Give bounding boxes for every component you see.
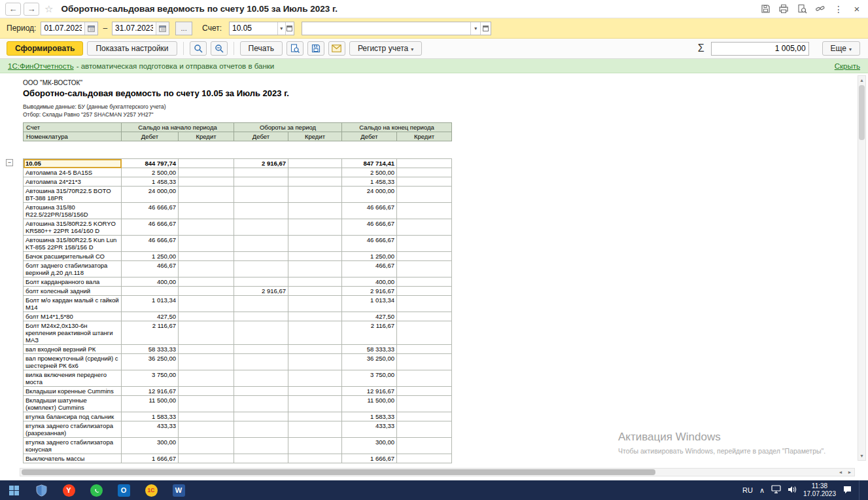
finreport-link[interactable]: 1С:ФинОтчетность	[8, 62, 74, 70]
forward-button[interactable]: →	[24, 3, 39, 16]
amount-cell[interactable]	[179, 438, 234, 454]
header-nomenclature[interactable]: Номенклатура	[24, 132, 122, 141]
register-dropdown-button[interactable]: Регистр учета▾	[349, 41, 422, 56]
nomenclature-cell[interactable]: Автошина 315/80R22.5 Kun Lun KT-855 22PR…	[24, 236, 122, 252]
network-icon[interactable]	[771, 485, 781, 495]
nomenclature-cell[interactable]: Болт м/о кардан малый с гайкой М14	[24, 296, 122, 312]
amount-cell[interactable]	[288, 187, 342, 203]
taskbar-clock[interactable]: 11:38 17.07.2023	[803, 482, 836, 498]
period-options-button[interactable]: ...	[175, 22, 192, 35]
amount-cell[interactable]: 844 797,74	[122, 159, 179, 168]
table-row[interactable]: 10.05844 797,742 916,67847 714,41	[24, 159, 452, 168]
header-closing-balance[interactable]: Сальдо на конец периода	[342, 123, 452, 132]
amount-cell[interactable]: 3 750,00	[342, 370, 397, 387]
amount-cell[interactable]: 466,67	[122, 261, 179, 277]
show-desktop-button[interactable]	[859, 480, 861, 500]
amount-cell[interactable]	[179, 252, 234, 261]
amount-cell[interactable]: 24 000,00	[342, 187, 397, 203]
amount-cell[interactable]	[288, 168, 342, 177]
amount-cell[interactable]	[234, 187, 288, 203]
nomenclature-cell[interactable]: Автошина 315/80R22.5 KORYO KR580++ 22PR …	[24, 219, 122, 236]
back-button[interactable]: ←	[5, 3, 21, 16]
nomenclature-cell[interactable]: вал промежуточный (средний) с шестерней …	[24, 354, 122, 370]
amount-cell[interactable]	[397, 219, 452, 236]
nomenclature-cell[interactable]: болт М14*1,5*80	[24, 312, 122, 321]
search-advanced-button[interactable]	[211, 41, 228, 56]
table-row[interactable]: выключатель противотуманных фар134,58134…	[24, 463, 452, 464]
nomenclature-cell[interactable]: вал входной верзний РК	[24, 345, 122, 354]
amount-cell[interactable]	[179, 345, 234, 354]
amount-cell[interactable]: 300,00	[342, 438, 397, 454]
amount-cell[interactable]	[179, 370, 234, 387]
amount-cell[interactable]	[397, 370, 452, 387]
amount-cell[interactable]	[179, 463, 234, 464]
table-row[interactable]: Болт М24х2,0х130-6н крепления реактивной…	[24, 321, 452, 345]
amount-cell[interactable]	[288, 370, 342, 387]
amount-cell[interactable]	[397, 159, 452, 168]
amount-cell[interactable]: 58 333,33	[122, 345, 179, 354]
table-row[interactable]: Вкладыши шатунные (комплект) Cummins11 5…	[24, 396, 452, 412]
amount-cell[interactable]	[397, 187, 452, 203]
amount-cell[interactable]	[397, 454, 452, 463]
amount-cell[interactable]	[234, 421, 288, 438]
amount-cell[interactable]: 2 116,67	[122, 321, 179, 345]
amount-cell[interactable]	[179, 277, 234, 287]
banner-hide-link[interactable]: Скрыть	[835, 62, 860, 70]
close-icon[interactable]: ×	[851, 3, 863, 15]
chevron-down-icon[interactable]: ▾	[277, 22, 285, 35]
amount-cell[interactable]	[234, 252, 288, 261]
generate-button[interactable]: Сформировать	[7, 41, 83, 56]
amount-cell[interactable]: 46 666,67	[342, 203, 397, 219]
amount-cell[interactable]: 427,50	[342, 312, 397, 321]
date-from-input[interactable]	[41, 22, 84, 35]
amount-cell[interactable]: 400,00	[342, 277, 397, 287]
amount-cell[interactable]	[179, 203, 234, 219]
amount-cell[interactable]	[122, 287, 179, 296]
horizontal-scroll-thumb[interactable]	[22, 469, 655, 475]
amount-cell[interactable]: 1 583,33	[342, 412, 397, 421]
amount-cell[interactable]	[397, 312, 452, 321]
amount-cell[interactable]	[234, 219, 288, 236]
amount-cell[interactable]	[288, 236, 342, 252]
amount-cell[interactable]: 1 666,67	[342, 454, 397, 463]
amount-cell[interactable]	[288, 312, 342, 321]
table-row[interactable]: Болт карданранного вала400,00400,00	[24, 277, 452, 287]
amount-cell[interactable]: 46 666,67	[342, 219, 397, 236]
amount-cell[interactable]: 12 916,67	[342, 387, 397, 396]
table-row[interactable]: Автошина 315/80 R22.5/22PR/158/156D46 66…	[24, 203, 452, 219]
amount-cell[interactable]: 1 583,33	[122, 412, 179, 421]
link-icon[interactable]	[814, 3, 826, 15]
amount-cell[interactable]: 847 714,41	[342, 159, 397, 168]
amount-cell[interactable]	[397, 287, 452, 296]
amount-cell[interactable]	[397, 387, 452, 396]
amount-cell[interactable]: 1 458,33	[342, 177, 397, 187]
amount-cell[interactable]	[288, 219, 342, 236]
header-credit[interactable]: Кредит	[288, 132, 342, 141]
taskbar-yandex-icon[interactable]: Y	[55, 480, 82, 500]
save-icon[interactable]	[759, 3, 771, 15]
amount-cell[interactable]	[397, 296, 452, 312]
table-row[interactable]: болт колесный задний2 916,672 916,67	[24, 287, 452, 296]
amount-cell[interactable]	[179, 168, 234, 177]
action-center-icon[interactable]	[842, 485, 852, 496]
table-row[interactable]: Выключатель массы1 666,671 666,67	[24, 454, 452, 463]
amount-cell[interactable]	[288, 387, 342, 396]
amount-cell[interactable]: 1 458,33	[122, 177, 179, 187]
amount-cell[interactable]	[288, 261, 342, 277]
amount-cell[interactable]	[397, 261, 452, 277]
table-row[interactable]: Автошина 315/80R22.5 Kun Lun KT-855 22PR…	[24, 236, 452, 252]
taskbar-1c-icon[interactable]: 1С	[137, 480, 165, 500]
amount-cell[interactable]	[397, 177, 452, 187]
amount-cell[interactable]	[179, 312, 234, 321]
amount-cell[interactable]	[234, 203, 288, 219]
nomenclature-cell[interactable]: Бачок расширительный СО	[24, 252, 122, 261]
taskbar-defender-icon[interactable]	[27, 480, 55, 500]
amount-cell[interactable]	[234, 463, 288, 464]
nomenclature-cell[interactable]: Автолампа 24-5 BA15S	[24, 168, 122, 177]
taskbar-outlook-icon[interactable]: O	[110, 480, 137, 500]
nomenclature-cell[interactable]: Выключатель массы	[24, 454, 122, 463]
amount-cell[interactable]	[234, 177, 288, 187]
amount-cell[interactable]	[234, 296, 288, 312]
language-indicator[interactable]: RU	[742, 486, 753, 494]
print-preview-button[interactable]	[286, 41, 304, 56]
